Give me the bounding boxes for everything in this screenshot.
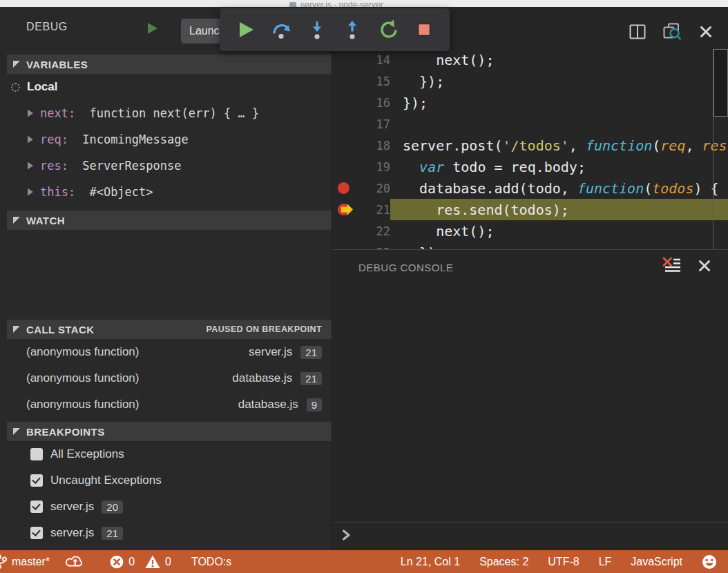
scope-row-local[interactable]: Local bbox=[0, 74, 332, 100]
feedback-smiley-icon[interactable] bbox=[702, 554, 717, 570]
breakpoint-gutter[interactable] bbox=[332, 92, 357, 113]
breakpoint-row[interactable]: server.js20 bbox=[0, 494, 332, 520]
debug-console-output[interactable] bbox=[332, 284, 728, 522]
expand-triangle-icon bbox=[13, 217, 20, 224]
close-console-icon[interactable] bbox=[698, 259, 711, 275]
code-text[interactable]: database.add(todo, function(todos) { bbox=[390, 177, 728, 199]
code-line: 22 next(); bbox=[332, 220, 728, 242]
line-number: 16 bbox=[357, 96, 390, 110]
encoding-item[interactable]: UTF-8 bbox=[548, 556, 579, 568]
scope-label: Local bbox=[27, 80, 57, 94]
breakpoint-gutter[interactable] bbox=[332, 242, 357, 249]
breakpoint-gutter[interactable] bbox=[332, 135, 357, 156]
code-text[interactable]: next(); bbox=[390, 220, 728, 242]
todo-label: TODO:s bbox=[191, 556, 231, 568]
line-number: 22 bbox=[357, 224, 390, 238]
code-line: 14 next(); bbox=[332, 49, 728, 70]
open-preview-icon[interactable] bbox=[663, 23, 682, 40]
step-over-button[interactable] bbox=[269, 18, 293, 41]
start-debug-icon[interactable] bbox=[145, 21, 159, 38]
paused-status-badge: PAUSED ON BREAKPOINT bbox=[206, 324, 322, 334]
breakpoint-gutter[interactable] bbox=[332, 113, 357, 135]
breakpoint-row[interactable]: server.js21 bbox=[0, 520, 332, 546]
code-line: 23 }); bbox=[332, 242, 728, 249]
breakpoint-checkbox[interactable] bbox=[30, 527, 43, 539]
variable-row[interactable]: res: ServerResponse bbox=[0, 153, 332, 179]
breakpoint-checkbox[interactable] bbox=[30, 474, 43, 487]
sync-item[interactable] bbox=[66, 554, 84, 569]
git-branch-icon bbox=[0, 554, 7, 570]
scrollbar-slider[interactable] bbox=[713, 49, 728, 117]
close-editor-icon[interactable] bbox=[699, 25, 713, 39]
breakpoint-label: server.js bbox=[50, 500, 94, 514]
breakpoint-checkbox[interactable] bbox=[30, 448, 43, 460]
restart-button[interactable] bbox=[376, 18, 400, 41]
variable-row[interactable]: this: #<Object> bbox=[0, 179, 332, 205]
breakpoint-gutter[interactable] bbox=[332, 49, 357, 70]
variables-section-header[interactable]: VARIABLES bbox=[7, 55, 332, 74]
expand-triangle-icon bbox=[13, 61, 20, 68]
cursor-position-item[interactable]: Ln 21, Col 1 bbox=[401, 556, 460, 568]
step-out-button[interactable] bbox=[341, 18, 364, 41]
continue-button[interactable] bbox=[233, 18, 257, 41]
clear-console-icon[interactable] bbox=[662, 257, 681, 278]
debug-toolbar bbox=[220, 8, 450, 51]
code-text[interactable]: var todo = req.body; bbox=[390, 156, 728, 177]
frame-file: database.js bbox=[238, 398, 298, 411]
variable-row[interactable]: next: function next(err) { … } bbox=[0, 100, 332, 126]
line-number: 14 bbox=[357, 53, 390, 67]
warning-count: 0 bbox=[165, 556, 171, 568]
call-stack-frame[interactable]: (anonymous function)server.js21 bbox=[0, 339, 332, 365]
expand-triangle-icon bbox=[13, 326, 20, 333]
warnings-item[interactable]: 0 bbox=[145, 555, 171, 569]
stop-button[interactable] bbox=[412, 18, 436, 41]
code-token: server.post( bbox=[403, 137, 503, 154]
code-text[interactable]: next(); bbox=[390, 49, 728, 70]
breakpoints-list: All ExceptionsUncaught Exceptionsserver.… bbox=[0, 441, 332, 546]
breakpoint-label: All Exceptions bbox=[50, 447, 124, 461]
line-number: 21 bbox=[357, 203, 390, 217]
status-bar: master* 0 0 TODO:s bbox=[0, 550, 728, 573]
code-text[interactable]: }); bbox=[390, 70, 728, 92]
split-editor-icon[interactable] bbox=[629, 24, 646, 39]
code-text[interactable]: }); bbox=[390, 242, 728, 249]
debug-console-input[interactable] bbox=[332, 522, 728, 550]
breakpoints-section-header[interactable]: BREAKPOINTS bbox=[7, 422, 332, 441]
expand-triangle-icon bbox=[13, 428, 20, 435]
breakpoint-row[interactable]: Uncaught Exceptions bbox=[0, 467, 332, 494]
watch-section-header[interactable]: WATCH bbox=[7, 211, 332, 230]
call-stack-section-header[interactable]: CALL STACK PAUSED ON BREAKPOINT bbox=[7, 320, 332, 339]
variable-row[interactable]: req: IncomingMessage bbox=[0, 126, 332, 153]
code-text[interactable] bbox=[390, 113, 728, 135]
errors-item[interactable]: 0 bbox=[110, 555, 135, 569]
todo-item[interactable]: TODO:s bbox=[191, 556, 231, 568]
warning-icon bbox=[145, 555, 160, 569]
step-into-button[interactable] bbox=[305, 18, 329, 41]
breakpoint-row[interactable]: All Exceptions bbox=[0, 441, 332, 467]
breakpoint-gutter[interactable] bbox=[332, 70, 357, 92]
breakpoint-gutter[interactable] bbox=[332, 220, 357, 242]
code-token: }); bbox=[403, 73, 444, 90]
breakpoint-gutter[interactable] bbox=[332, 177, 357, 199]
eol-item[interactable]: LF bbox=[599, 556, 612, 568]
code-token: }); bbox=[403, 244, 444, 250]
breakpoint-gutter[interactable] bbox=[332, 156, 357, 177]
code-editor[interactable]: 14 next();15 });16});1718server.post('/t… bbox=[332, 49, 728, 249]
code-token: next(); bbox=[403, 223, 494, 240]
code-line: 21 res.send(todos); bbox=[332, 199, 728, 220]
variable-name: this: bbox=[40, 185, 82, 199]
watch-list[interactable] bbox=[0, 230, 332, 318]
call-stack-frame[interactable]: (anonymous function)database.js9 bbox=[0, 391, 332, 418]
code-text[interactable]: res.send(todos); bbox=[390, 199, 728, 220]
language-item[interactable]: JavaScript bbox=[631, 556, 682, 568]
breakpoint-checkbox[interactable] bbox=[30, 501, 43, 513]
indentation-item[interactable]: Spaces: 2 bbox=[479, 556, 528, 568]
code-text[interactable]: }); bbox=[390, 92, 728, 113]
code-token: todos bbox=[652, 180, 693, 197]
breakpoint-gutter[interactable] bbox=[332, 199, 357, 220]
call-stack-frame[interactable]: (anonymous function)database.js21 bbox=[0, 365, 332, 391]
watch-section-label: WATCH bbox=[26, 215, 65, 226]
code-text[interactable]: server.post('/todos', function(req, res bbox=[390, 135, 728, 156]
git-branch-item[interactable]: master* bbox=[0, 554, 50, 570]
code-token: function bbox=[577, 180, 644, 197]
